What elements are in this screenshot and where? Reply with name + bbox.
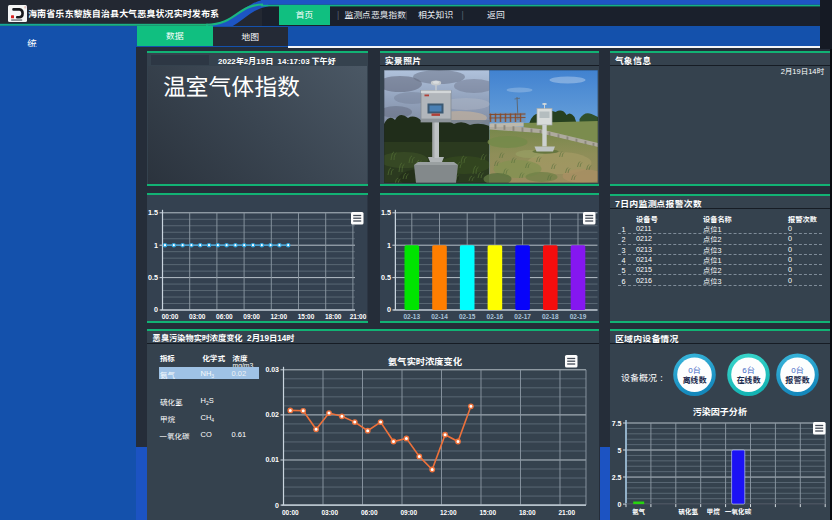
svg-text:0: 0	[275, 502, 279, 509]
svg-text:2.5: 2.5	[611, 474, 621, 481]
svg-text:一氧化碳: 一氧化碳	[724, 506, 751, 516]
svg-text:0.5: 0.5	[148, 273, 158, 282]
svg-text:7.5: 7.5	[611, 420, 621, 427]
svg-text:甲烷: 甲烷	[706, 506, 720, 516]
svg-text:离线数: 离线数	[682, 374, 706, 385]
svg-text:0.5: 0.5	[380, 273, 390, 282]
svg-text:18:00: 18:00	[325, 313, 342, 320]
svg-text:0: 0	[154, 305, 158, 314]
svg-text:02-17: 02-17	[514, 313, 531, 320]
svg-text:1: 1	[386, 241, 390, 250]
svg-text:硫化氢: 硫化氢	[678, 506, 698, 516]
svg-text:15:00: 15:00	[298, 313, 315, 320]
svg-text:02-19: 02-19	[569, 313, 586, 320]
svg-text:15:00: 15:00	[479, 509, 496, 516]
svg-text:02-14: 02-14	[431, 313, 448, 320]
svg-text:1.5: 1.5	[380, 208, 390, 217]
svg-text:21:00: 21:00	[350, 313, 367, 320]
svg-text:0.01: 0.01	[265, 457, 279, 464]
svg-text:0.03: 0.03	[265, 367, 279, 374]
svg-text:02-18: 02-18	[542, 313, 559, 320]
svg-text:1: 1	[154, 241, 158, 250]
svg-text:21:00: 21:00	[558, 509, 575, 516]
svg-text:00:00: 00:00	[282, 509, 299, 516]
svg-text:06:00: 06:00	[216, 313, 233, 320]
svg-text:09:00: 09:00	[401, 509, 418, 516]
svg-text:18:00: 18:00	[519, 509, 536, 516]
svg-text:03:00: 03:00	[189, 313, 206, 320]
svg-text:00:00: 00:00	[162, 313, 179, 320]
svg-text:09:00: 09:00	[243, 313, 260, 320]
svg-text:报警数: 报警数	[784, 374, 809, 385]
svg-text:03:00: 03:00	[322, 509, 339, 516]
svg-text:氨气: 氨气	[631, 506, 645, 516]
svg-text:0.02: 0.02	[265, 412, 279, 419]
svg-text:02-16: 02-16	[486, 313, 503, 320]
svg-text:06:00: 06:00	[361, 509, 378, 516]
svg-text:0: 0	[617, 501, 621, 508]
svg-text:1.5: 1.5	[148, 208, 158, 217]
svg-text:12:00: 12:00	[271, 313, 288, 320]
svg-text:在线数: 在线数	[736, 374, 760, 385]
svg-text:5: 5	[617, 447, 621, 454]
svg-text:12:00: 12:00	[440, 509, 457, 516]
svg-text:氨气实时浓度变化: 氨气实时浓度变化	[388, 354, 463, 368]
svg-text:02-13: 02-13	[403, 313, 420, 320]
svg-text:0: 0	[386, 305, 390, 314]
svg-text:02-15: 02-15	[458, 313, 475, 320]
